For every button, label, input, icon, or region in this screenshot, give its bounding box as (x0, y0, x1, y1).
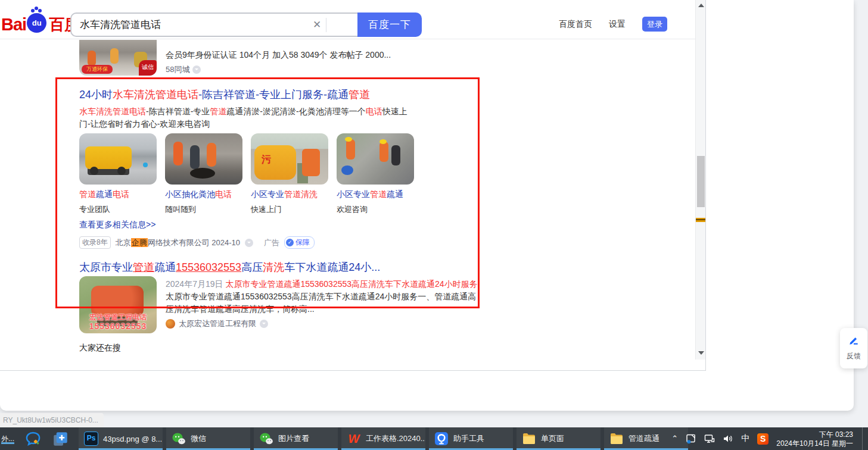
text-segment: 太原市专业管道疏通15536032553高压清洗车下水道疏通24小时服务 (225, 279, 477, 289)
text-segment: 水车清洗管道电话 (113, 89, 198, 101)
baidu-home-link[interactable]: 百度首页 (559, 19, 592, 30)
baidu-paw-icon: du (27, 13, 46, 33)
clock[interactable]: 下午 03:23 2024年10月14日 星期一 (776, 430, 853, 448)
system-tray: ⌃ 中 S 下午 03:23 2024年10月14日 星期一 (671, 427, 868, 450)
taskbar-overflow-item[interactable]: 外... (1, 434, 14, 444)
text-segment: 疏通 (96, 189, 113, 199)
tray-overflow-chevron-icon[interactable]: ⌃ (671, 434, 678, 443)
download-file-tab[interactable]: RY_Ukt8Uw1w5iU3CBCH-0... (0, 413, 104, 427)
chevron-down-icon[interactable] (260, 320, 268, 328)
search-button[interactable]: 百度一下 (357, 12, 422, 37)
image-caption-link[interactable]: 小区专业管道疏通 (337, 189, 414, 200)
text-segment: 清洗 (263, 261, 284, 273)
search-bar: 水车清洗管道电话 ✕ 百度一下 (70, 12, 422, 37)
result-title-link[interactable]: 太原市专业管道疏通15536032553高压清洗车下水道疏通24小... (79, 260, 380, 274)
result-source-name[interactable]: 太原宏达管道工程有限 (179, 318, 256, 329)
text-segment: 2024年7月19日 (166, 279, 225, 289)
taskbar-button-label: 微信 (191, 433, 206, 444)
show-desktop-button[interactable] (862, 427, 864, 450)
image-caption-link[interactable]: 小区专业管道清洗 (251, 189, 328, 200)
result-image-card[interactable]: 小区专业管道疏通 欢迎咨询 (337, 133, 414, 215)
photo-figure (302, 149, 320, 176)
taskbar-overflow-label: 外... (1, 435, 14, 443)
result-source-row: 太原宏达管道工程有限 (166, 318, 268, 329)
text-segment: 电话 (113, 189, 129, 199)
folder-icon (522, 432, 536, 446)
text-segment: 24小时 (79, 89, 113, 101)
taskbar-button[interactable]: 图片查看 (254, 427, 338, 450)
image-caption-link[interactable]: 管道疏通电话 (79, 189, 157, 200)
result-thumbnail-truck[interactable]: 宏达管道工程电话 15536032553 (79, 276, 157, 333)
advertiser-name[interactable]: 北京企腾网络技术有限公司 2024-10 (116, 238, 240, 248)
assurance-badge[interactable]: ✓ 保障 (284, 236, 315, 249)
image-caption-link[interactable]: 小区抽化粪池电话 (165, 189, 242, 200)
browser-viewport: Bai du 百度 水车清洗管道电话 ✕ 百度一下 百度首页 设置 登录 万通环… (0, 0, 706, 371)
pencil-icon (847, 335, 860, 346)
taskbar-button-label: 工作表格.20240... (366, 433, 425, 444)
result-image-crew[interactable] (337, 133, 414, 185)
text-segment: -陈吉祥管道-专业上门服务-疏通 (198, 89, 349, 101)
photo-figure (110, 48, 119, 64)
result-image-tanker[interactable] (251, 133, 328, 185)
taskbar-button[interactable]: W工作表格.20240... (341, 427, 425, 450)
clear-search-icon[interactable]: ✕ (308, 18, 326, 31)
sogou-input-icon[interactable]: S (757, 433, 769, 445)
baidu-logo[interactable]: Bai du 百度 (1, 13, 80, 36)
vertical-scrollbar[interactable] (695, 0, 705, 360)
scrollbar-orange-marker (696, 218, 706, 222)
text-segment: 15536032553 (176, 261, 241, 273)
taskbar-button-label: 图片查看 (278, 433, 309, 444)
network-display-icon[interactable] (704, 433, 715, 444)
result-description: 2024年7月19日 太原市专业管道疏通15536032553高压清洗车下水道疏… (166, 278, 483, 315)
scroll-up-arrow-icon[interactable] (698, 4, 704, 7)
text-segment: 疏通 (387, 189, 403, 199)
result-image-card[interactable]: 管道疏通电话 专业团队 (79, 133, 157, 215)
login-button[interactable]: 登录 (642, 17, 667, 32)
result-image-workers[interactable] (165, 133, 242, 185)
tray-date: 2024年10月14日 星期一 (776, 439, 853, 448)
result-image-card[interactable]: 小区专业管道清洗 快速上门 (251, 133, 328, 215)
volume-icon[interactable] (723, 433, 733, 444)
thumb-ribbon-label: 诚信 (139, 60, 157, 76)
taskbar-button-label: 管道疏通 (629, 433, 659, 444)
result-source-name[interactable]: 58同城 (166, 64, 189, 75)
feedback-label: 反馈 (840, 351, 867, 361)
result-image-card[interactable]: 小区抽化粪池电话 随叫随到 (165, 133, 242, 215)
result-thumbnail-58[interactable]: 万通环保 诚信 (79, 40, 157, 76)
tray-time: 下午 03:23 (819, 430, 853, 439)
text-segment: 电话 (366, 107, 382, 116)
text-segment: 管道清洗 (284, 189, 318, 199)
chevron-down-icon[interactable] (245, 239, 253, 247)
chevron-down-icon[interactable] (192, 65, 201, 74)
text-segment: 疏通 (154, 261, 176, 273)
taskbar-button-label: 单页面 (541, 433, 564, 444)
more-info-link[interactable]: 查看更多相关信息>> (79, 220, 155, 230)
check-icon: ✓ (286, 239, 294, 246)
scrollbar-thumb[interactable] (697, 156, 705, 207)
baidu-logo-bai: Bai (1, 15, 26, 35)
scroll-down-arrow-icon[interactable] (698, 351, 704, 355)
text-segment: 高压 (241, 261, 263, 273)
feedback-button[interactable]: 反馈 (840, 328, 867, 368)
taskbar-button[interactable]: 微信 (166, 427, 250, 450)
text-segment: -陈吉祥管道-专业 (146, 107, 210, 116)
taskbar-button[interactable]: 单页面 (517, 427, 601, 450)
result-title-link[interactable]: 24小时水车清洗管道电话-陈吉祥管道-专业上门服务-疏通管道 (79, 88, 370, 102)
text-segment: 小区专业 (337, 189, 370, 199)
header-links: 百度首页 设置 登录 (559, 17, 667, 32)
taskbar-button[interactable]: Ps43psd.png @ 8... (79, 427, 163, 450)
qq-icon[interactable] (25, 431, 41, 447)
add-app-icon[interactable] (52, 431, 69, 447)
taskbar-button[interactable]: 助手工具 (429, 427, 513, 450)
image-subtext: 随叫随到 (165, 204, 242, 215)
tablet-app-icon[interactable] (686, 433, 696, 444)
wechat-icon (172, 432, 186, 446)
search-input[interactable]: 水车清洗管道电话 ✕ (70, 12, 357, 37)
assistant-icon (434, 432, 449, 446)
result-image-truck[interactable] (79, 133, 157, 185)
ime-indicator[interactable]: 中 (741, 433, 749, 444)
image-subtext: 快速上门 (251, 204, 328, 215)
photoshop-icon: Ps (84, 432, 98, 446)
settings-link[interactable]: 设置 (609, 19, 626, 30)
search-query-text: 水车清洗管道电话 (80, 18, 308, 32)
